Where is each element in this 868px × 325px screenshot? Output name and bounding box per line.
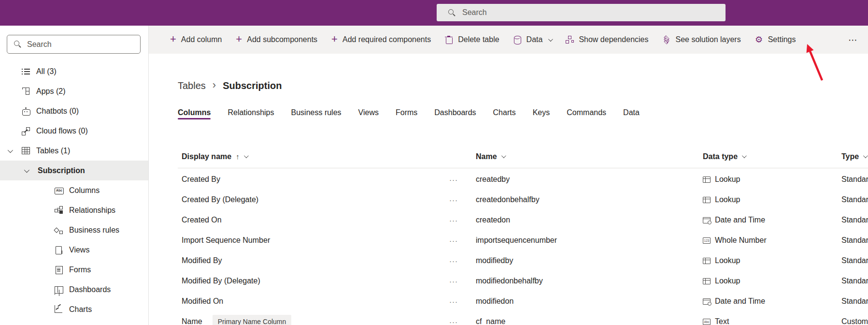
tree-item-subscription[interactable]: Subscription: [0, 161, 148, 180]
delete-table-button[interactable]: Delete table: [445, 35, 499, 44]
global-search-input[interactable]: Search: [437, 4, 726, 21]
tree-item-label: Views: [69, 246, 89, 254]
sidebar-item-all[interactable]: All (3): [0, 61, 148, 81]
table-row[interactable]: Name Primary Name Column ··· cf_name Tex…: [178, 311, 868, 325]
plus-icon: +: [331, 35, 338, 43]
header-data-type[interactable]: Data type: [703, 152, 745, 161]
data-dropdown-button[interactable]: Data: [513, 35, 552, 44]
table-row[interactable]: Created By (Delegate) ··· createdonbehal…: [178, 190, 868, 210]
add-subcomponents-button[interactable]: + Add subcomponents: [236, 35, 317, 44]
gear-icon: ⚙: [755, 36, 763, 44]
lookup-icon: [703, 177, 711, 183]
database-icon: [513, 36, 522, 44]
row-display-name[interactable]: Created By (Delegate): [182, 195, 258, 204]
tab-charts[interactable]: Charts: [493, 108, 516, 119]
tab-relationships[interactable]: Relationships: [228, 108, 274, 119]
sidebar-item-cloud-flows[interactable]: Cloud flows (0): [0, 121, 148, 141]
row-type: Standard: [841, 175, 868, 184]
tree-item-relationships[interactable]: Relationships: [0, 200, 148, 220]
chevron-down-icon: [501, 153, 506, 158]
header-display-name[interactable]: Display name ↑: [182, 152, 247, 161]
tree-item-columns[interactable]: Columns: [0, 180, 148, 200]
row-type: Standard: [841, 256, 868, 265]
sidebar-item-apps[interactable]: Apps (2): [0, 81, 148, 101]
tab-dashboards[interactable]: Dashboards: [434, 108, 476, 119]
row-more-button[interactable]: ···: [449, 277, 458, 285]
chevron-down-icon[interactable]: [8, 148, 13, 153]
sidebar-item-label: Chatbots (0): [36, 107, 79, 116]
more-commands-button[interactable]: ⋯: [848, 34, 858, 45]
tab-commands[interactable]: Commands: [567, 108, 606, 119]
header-type[interactable]: Type: [841, 152, 867, 161]
add-column-label: Add column: [181, 35, 222, 44]
show-dependencies-button[interactable]: Show dependencies: [566, 35, 648, 44]
add-column-button[interactable]: + Add column: [170, 35, 222, 44]
see-solution-layers-label: See solution layers: [675, 35, 740, 44]
tab-forms[interactable]: Forms: [396, 108, 417, 119]
table-row[interactable]: Created By ··· createdby Lookup Standard: [178, 169, 868, 190]
row-more-button[interactable]: ···: [449, 318, 458, 325]
plus-icon: +: [170, 35, 176, 43]
tree-item-business-rules[interactable]: Business rules: [0, 220, 148, 240]
tree-item-charts[interactable]: Charts: [0, 299, 148, 319]
row-display-name[interactable]: Modified By: [182, 256, 222, 265]
datetime-icon: [703, 217, 711, 223]
row-more-button[interactable]: ···: [449, 176, 458, 184]
row-more-button[interactable]: ···: [449, 236, 458, 245]
sidebar-item-chatbots[interactable]: Chatbots (0): [0, 101, 148, 121]
row-more-button[interactable]: ···: [449, 196, 458, 204]
business-rules-icon: [55, 226, 63, 234]
tab-views[interactable]: Views: [358, 108, 379, 119]
chevron-down-icon[interactable]: [24, 167, 29, 173]
row-data-type: Date and Time: [703, 216, 765, 224]
row-display-name[interactable]: Created On: [182, 216, 222, 224]
table-row[interactable]: Created On ··· createdon Date and Time S…: [178, 210, 868, 230]
row-more-button[interactable]: ···: [449, 297, 458, 306]
row-more-button[interactable]: ···: [449, 216, 458, 224]
table-row[interactable]: Import Sequence Number ··· importsequenc…: [178, 230, 868, 251]
search-icon: [448, 9, 455, 16]
row-display-name[interactable]: Import Sequence Number: [182, 236, 270, 245]
tab-columns[interactable]: Columns: [178, 108, 211, 119]
tab-keys[interactable]: Keys: [533, 108, 550, 119]
row-data-type: Lookup: [703, 277, 740, 285]
chevron-down-icon: [863, 153, 868, 158]
tree-item-label: Subscription: [38, 166, 85, 175]
global-search-placeholder: Search: [462, 8, 487, 17]
delete-table-label: Delete table: [458, 35, 499, 44]
row-display-name[interactable]: Modified By (Delegate): [182, 277, 260, 285]
sidebar-search-input[interactable]: Search: [7, 35, 141, 54]
tree-item-dashboards[interactable]: Dashboards: [0, 280, 148, 299]
breadcrumb-tables-link[interactable]: Tables: [178, 80, 206, 91]
table-row[interactable]: Modified By (Delegate) ··· modifiedonbeh…: [178, 271, 868, 291]
sidebar-item-label: Cloud flows (0): [36, 127, 88, 135]
sidebar-item-tables[interactable]: Tables (1): [0, 141, 148, 161]
row-type: Standard: [841, 277, 868, 285]
row-display-name[interactable]: Name Primary Name Column: [182, 315, 291, 325]
text-icon: [703, 319, 711, 325]
app-header-bar: Search: [0, 0, 868, 26]
flow-icon: [22, 127, 30, 135]
row-name: cf_name: [476, 317, 505, 325]
settings-label: Settings: [768, 35, 796, 44]
table-row[interactable]: Modified By ··· modifiedby Lookup Standa…: [178, 251, 868, 271]
sort-ascending-icon: ↑: [236, 152, 240, 161]
header-name[interactable]: Name: [476, 152, 505, 161]
see-solution-layers-button[interactable]: See solution layers: [662, 35, 740, 44]
add-required-components-button[interactable]: + Add required components: [331, 35, 431, 44]
row-more-button[interactable]: ···: [449, 257, 458, 265]
row-data-type: Text: [703, 317, 729, 325]
tree-item-forms[interactable]: Forms: [0, 260, 148, 280]
datetime-icon: [703, 298, 711, 305]
tab-data[interactable]: Data: [623, 108, 640, 119]
tab-business-rules[interactable]: Business rules: [291, 108, 342, 119]
settings-button[interactable]: ⚙ Settings: [755, 35, 796, 44]
table-icon: [22, 147, 30, 155]
sidebar-item-label: Tables (1): [36, 147, 70, 155]
add-required-components-label: Add required components: [342, 35, 431, 44]
forms-icon: [55, 266, 63, 274]
row-display-name[interactable]: Created By: [182, 175, 220, 184]
table-row[interactable]: Modified On ··· modifiedon Date and Time…: [178, 291, 868, 311]
row-display-name[interactable]: Modified On: [182, 297, 223, 306]
tree-item-views[interactable]: Views: [0, 240, 148, 260]
